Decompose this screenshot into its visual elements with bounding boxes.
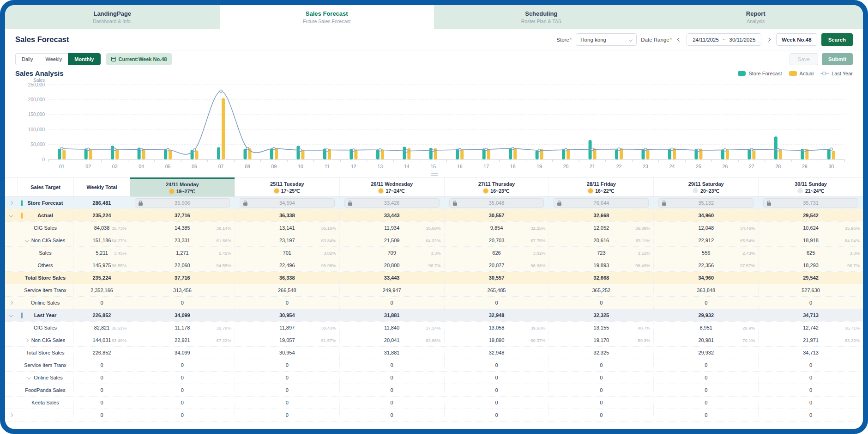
cell-value: 0	[705, 400, 707, 405]
panel-resize-handle[interactable]	[431, 172, 438, 177]
svg-text:16: 16	[457, 164, 463, 169]
locked-forecast-input[interactable]: 34,594	[240, 198, 335, 208]
locked-forecast-input[interactable]: 35,906	[135, 198, 230, 208]
cell-percent: 34.46%	[740, 226, 755, 231]
row-expander[interactable]	[5, 309, 17, 321]
chevron-down-icon[interactable]	[27, 376, 31, 379]
date-range-input[interactable]: 24/11/2025 ~ 30/11/2025	[687, 33, 761, 46]
top-tab-bar: LandingPage Dashboard & Info. Sales Fore…	[5, 5, 863, 29]
view-monthly-button[interactable]: Monthly	[68, 53, 100, 65]
row-expander[interactable]	[5, 197, 17, 209]
day-cell: 20,80096.7%	[339, 259, 444, 271]
day-temperature: 19~27℃	[176, 189, 195, 194]
view-weekly-button[interactable]: Weekly	[39, 53, 68, 65]
save-button[interactable]: Save	[790, 53, 818, 65]
tab-sales-forecast[interactable]: Sales Forecast Future Sales Forecast	[220, 5, 434, 29]
cell-percent: 64.27%	[112, 238, 127, 243]
tab-scheduling[interactable]: Scheduling Roster Plan & TAS	[434, 5, 649, 29]
day-cell: 0	[549, 409, 653, 421]
chevron-right-icon[interactable]	[9, 201, 13, 205]
chevron-down-icon[interactable]	[9, 214, 13, 217]
cell-value: 22,356	[698, 263, 714, 268]
cell-value: 20,041	[384, 337, 400, 343]
chevron-down-icon[interactable]	[9, 313, 13, 317]
day-cell: 18,91864.04%	[758, 234, 863, 246]
row-expander[interactable]	[5, 409, 17, 421]
row-label-text: Sales	[39, 250, 52, 256]
cell-value: 22,912	[698, 238, 714, 243]
svg-text:21: 21	[590, 164, 595, 169]
cell-value: 12,742	[803, 325, 819, 330]
submit-button[interactable]: Submit	[822, 53, 853, 65]
row-label-text: Last Year	[34, 312, 57, 318]
day-cell: 32,325	[549, 309, 653, 321]
day-column-header[interactable]: 27/11 Thursday 16~23℃	[444, 177, 549, 196]
chevron-right-icon[interactable]	[9, 301, 13, 305]
tab-subtitle: Analysis	[747, 18, 765, 24]
table-row: Last Year226,85234,09930,95431,88132,948…	[5, 309, 863, 322]
chevron-left-icon	[677, 37, 681, 41]
table-row: Non CIG Sales151,18664.27%23,33161.86%23…	[5, 234, 863, 247]
locked-forecast-input[interactable]: 76,644	[554, 198, 649, 208]
day-cell: 1,2715.45%	[130, 247, 235, 259]
cell-value: 0	[286, 412, 289, 418]
legend-actual[interactable]: Actual	[789, 71, 814, 76]
day-column-header[interactable]: 29/11 Saturday 20~23℃	[653, 177, 758, 196]
locked-forecast-input[interactable]: 35,048	[449, 198, 544, 208]
day-cell: 0	[235, 397, 339, 409]
cell-value: 34,099	[175, 350, 190, 355]
actual-swatch-icon	[789, 71, 797, 76]
day-cell: 0	[444, 397, 549, 409]
cell-value: 9,854	[490, 225, 503, 231]
tab-title: Report	[746, 10, 766, 17]
day-cell: 30,557	[444, 209, 549, 221]
day-column-header[interactable]: 26/11 Wednesday 17~24℃	[339, 177, 444, 196]
locked-forecast-input[interactable]: 33,426	[344, 198, 440, 208]
row-label: CIG Sales	[17, 222, 73, 234]
day-column-header[interactable]: 25/11 Tuesday 17~25℃	[235, 177, 339, 196]
day-date: 25/11 Tuesday	[270, 181, 304, 187]
day-cell: 32,668	[549, 272, 653, 284]
chevron-down-icon[interactable]	[25, 238, 29, 242]
day-cell: 19,05761.57%	[235, 334, 339, 346]
cell-value: 20,616	[594, 238, 609, 243]
tab-report[interactable]: Report Analysis	[649, 5, 863, 29]
day-cell: 0	[339, 409, 444, 421]
row-label: Total Store Sales	[17, 347, 73, 359]
next-week-button[interactable]	[766, 35, 772, 45]
row-label-text: Others	[37, 263, 53, 268]
row-label: Service Item Tranx	[17, 284, 73, 296]
cell-percent: 96.98%	[321, 263, 336, 268]
view-daily-button[interactable]: Daily	[15, 53, 39, 65]
svg-text:0: 0	[42, 157, 45, 162]
cell-value: 0	[391, 375, 393, 380]
row-expander[interactable]	[5, 209, 17, 221]
day-column-header[interactable]: 30/11 Sunday 21~24℃	[758, 177, 863, 196]
legend-store-forecast[interactable]: Store Forecast	[738, 71, 782, 76]
cell-percent: 37.14%	[426, 325, 440, 330]
search-button[interactable]: Search	[821, 33, 853, 46]
cell-value: 0	[705, 375, 707, 380]
cell-percent: 32.78%	[217, 325, 231, 330]
cell-value: 0	[705, 387, 707, 393]
row-expander[interactable]	[5, 297, 17, 309]
store-select[interactable]: Hong kong	[576, 33, 637, 46]
locked-forecast-input[interactable]: 35,132	[658, 198, 753, 208]
locked-forecast-input[interactable]: 35,731	[763, 198, 858, 208]
cell-value: 82,821	[94, 325, 110, 330]
chevron-right-icon[interactable]	[25, 338, 29, 342]
day-column-header[interactable]: 28/11 Friday 16~22℃	[549, 177, 653, 196]
row-label: Online Sales	[17, 372, 73, 384]
svg-text:11: 11	[325, 164, 330, 169]
row-label-text: Store Forecast	[27, 200, 63, 206]
cell-value: 30,557	[489, 275, 505, 281]
day-cell: 21,50964.32%	[339, 234, 444, 246]
tab-landing-page[interactable]: LandingPage Dashboard & Info.	[5, 5, 220, 29]
tab-title: Scheduling	[525, 10, 557, 17]
day-column-header[interactable]: 24/11 Monday 19~27℃	[130, 177, 235, 196]
prev-week-button[interactable]	[676, 35, 682, 45]
legend-last-year[interactable]: Last Year	[820, 71, 853, 76]
table-row: Actual235,22437,71636,33833,44330,55732,…	[5, 209, 863, 222]
lock-icon	[557, 202, 561, 206]
chevron-right-icon[interactable]	[9, 413, 13, 417]
